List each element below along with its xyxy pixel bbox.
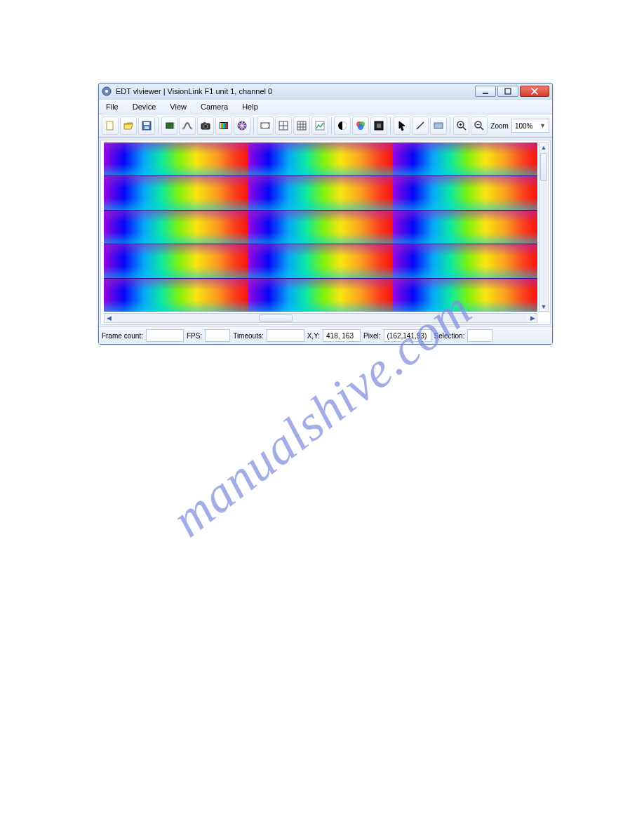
aperture-icon[interactable] (234, 117, 250, 135)
rect-icon[interactable] (430, 117, 447, 135)
toolbar: Zoom 100% ▼ (99, 114, 552, 138)
timeouts-label: Timeouts: (233, 332, 264, 340)
menu-view[interactable]: View (166, 101, 191, 112)
titlebar[interactable]: EDT vlviewer | VisionLink F1 unit 1, cha… (99, 84, 552, 99)
frame-count-label: Frame count: (102, 332, 143, 340)
zoom-value: 100% (515, 122, 533, 130)
zoom-control: Zoom 100% ▼ (490, 119, 549, 133)
zoom-label: Zoom (490, 122, 509, 130)
menu-file[interactable]: File (102, 101, 123, 112)
cable-icon[interactable] (179, 117, 196, 135)
svg-rect-3 (505, 88, 511, 94)
scroll-track[interactable] (114, 315, 527, 322)
svg-rect-8 (166, 123, 173, 128)
grid-icon[interactable] (275, 117, 292, 135)
contrast-icon[interactable] (334, 117, 351, 135)
app-window: EDT vlviewer | VisionLink F1 unit 1, cha… (98, 83, 553, 345)
svg-rect-6 (144, 122, 149, 125)
image-row (104, 143, 537, 176)
color-icon[interactable] (352, 117, 369, 135)
menu-device[interactable]: Device (128, 101, 161, 112)
svg-line-52 (417, 122, 424, 129)
horizontal-scrollbar[interactable]: ◀ ▶ (104, 313, 537, 323)
bars-icon[interactable] (215, 117, 232, 135)
scroll-down-icon[interactable]: ▼ (539, 303, 548, 311)
svg-rect-53 (434, 123, 443, 128)
scroll-left-icon[interactable]: ◀ (105, 314, 113, 322)
svg-rect-25 (225, 123, 226, 128)
camera-icon[interactable] (197, 117, 214, 135)
svg-point-49 (358, 124, 363, 130)
pixel-value: (162,141,93) (384, 329, 431, 342)
fullscreen-icon[interactable] (370, 117, 387, 135)
menubar: File Device View Camera Help (99, 99, 552, 114)
image-row (104, 176, 537, 209)
xy-label: X,Y: (307, 332, 320, 340)
svg-rect-35 (268, 124, 269, 124)
toolbar-separator (253, 117, 254, 134)
svg-rect-22 (222, 123, 222, 128)
svg-rect-18 (203, 122, 206, 124)
zoom-out-icon[interactable] (471, 117, 488, 135)
scroll-up-icon[interactable]: ▲ (539, 143, 548, 152)
image-row (104, 244, 537, 277)
image-row (104, 279, 537, 312)
svg-rect-36 (268, 127, 269, 128)
scroll-thumb[interactable] (540, 153, 547, 181)
pointer-icon[interactable] (394, 117, 410, 135)
xy-value: 418, 163 (323, 329, 361, 342)
menu-help[interactable]: Help (238, 101, 262, 112)
chevron-down-icon: ▼ (539, 122, 546, 129)
chip-icon[interactable] (161, 117, 178, 135)
open-folder-icon[interactable] (120, 117, 137, 135)
svg-rect-23 (223, 123, 224, 128)
image-canvas (104, 143, 537, 312)
menu-camera[interactable]: Camera (196, 101, 232, 112)
line-icon[interactable] (412, 117, 429, 135)
svg-rect-33 (262, 124, 262, 124)
svg-point-16 (191, 127, 193, 129)
frame-count-value (146, 329, 184, 342)
window-controls (475, 86, 549, 97)
toolbar-separator (450, 117, 450, 134)
scroll-right-icon[interactable]: ▶ (528, 314, 537, 322)
svg-point-19 (204, 124, 208, 128)
fps-value (205, 329, 230, 342)
svg-rect-40 (297, 121, 306, 130)
toolbar-separator (390, 117, 391, 134)
svg-rect-21 (220, 123, 221, 128)
vertical-scrollbar[interactable]: ▲ ▼ (539, 143, 549, 312)
svg-point-15 (182, 127, 185, 129)
scroll-track[interactable] (540, 183, 547, 303)
scroll-thumb[interactable] (259, 315, 293, 322)
new-file-icon[interactable] (102, 117, 119, 135)
grid2-icon[interactable] (293, 117, 310, 135)
timeouts-value (267, 329, 304, 342)
toolbar-separator (158, 117, 159, 134)
svg-rect-24 (224, 123, 225, 128)
svg-rect-26 (227, 123, 227, 128)
selection-value (467, 329, 492, 342)
svg-rect-45 (316, 121, 324, 130)
status-bar: Frame count: FPS: Timeouts: X,Y: 418, 16… (99, 326, 552, 344)
pixel-label: Pixel: (363, 332, 380, 340)
minimize-button[interactable] (475, 86, 496, 97)
client-area: ▲ ▼ ◀ ▶ (99, 138, 552, 326)
selection-label: Selection: (434, 332, 465, 340)
chart-icon[interactable] (311, 117, 328, 135)
svg-rect-51 (377, 124, 381, 128)
svg-line-55 (463, 127, 466, 130)
fps-label: FPS: (187, 332, 202, 340)
image-viewport[interactable]: ▲ ▼ ◀ ▶ (100, 140, 551, 325)
film-icon[interactable] (257, 117, 274, 135)
app-icon (102, 86, 112, 96)
svg-rect-34 (262, 127, 262, 128)
zoom-in-icon[interactable] (453, 117, 470, 135)
close-button[interactable] (520, 86, 549, 97)
image-row (104, 211, 537, 244)
save-icon[interactable] (138, 117, 155, 135)
zoom-select[interactable]: 100% ▼ (511, 119, 549, 133)
svg-point-1 (105, 90, 108, 93)
maximize-button[interactable] (497, 86, 518, 97)
svg-line-59 (481, 127, 483, 130)
